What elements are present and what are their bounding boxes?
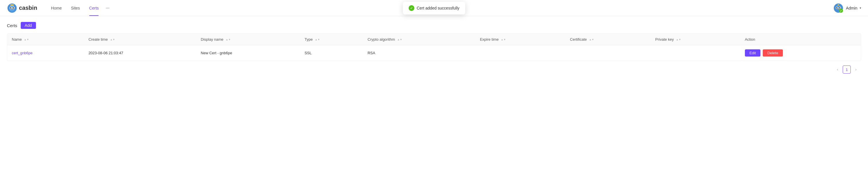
pagination-next[interactable]: › xyxy=(852,66,860,74)
col-certificate: Certificate ▲▼ xyxy=(565,34,651,45)
nav-item-home[interactable]: Home xyxy=(46,0,66,16)
cell-type-0: SSL xyxy=(300,45,363,61)
cell-crypto-0: RSA xyxy=(363,45,475,61)
svg-point-19 xyxy=(840,7,840,8)
table-body: cert_gnb6pe 2023-08-06 21:03:47 New Cert… xyxy=(7,45,861,61)
svg-point-5 xyxy=(13,7,14,8)
delete-button-0[interactable]: Delete xyxy=(763,49,783,56)
certs-table: Name ▲▼ Create time ▲▼ Display name ▲▼ T… xyxy=(7,34,861,60)
col-crypto-algorithm: Crypto algorithm ▲▼ xyxy=(363,34,475,45)
svg-text:✓: ✓ xyxy=(840,9,842,13)
certs-table-wrapper: Name ▲▼ Create time ▲▼ Display name ▲▼ T… xyxy=(7,33,861,61)
cell-display-name-0: New Cert - gnb6pe xyxy=(196,45,300,61)
svg-point-18 xyxy=(837,7,838,8)
nav-item-sites[interactable]: Sites xyxy=(66,0,85,16)
sort-type-icon[interactable]: ▲▼ xyxy=(315,39,320,41)
user-name: Admin xyxy=(846,6,857,10)
pagination-prev[interactable]: ‹ xyxy=(834,66,841,74)
sort-private-key-icon[interactable]: ▲▼ xyxy=(676,39,681,41)
col-private-key: Private key ▲▼ xyxy=(651,34,740,45)
section-header: Certs Add xyxy=(7,22,861,29)
sort-expire-icon[interactable]: ▲▼ xyxy=(501,39,506,41)
section-title: Certs xyxy=(7,23,17,28)
toast-notification: ✓ Cert added successfully xyxy=(403,2,465,15)
logo[interactable]: casbin xyxy=(7,3,37,13)
cell-certificate-0 xyxy=(565,45,651,61)
user-avatar-icon: ✓ xyxy=(833,3,843,13)
sort-certificate-icon[interactable]: ▲▼ xyxy=(589,39,594,41)
svg-point-4 xyxy=(10,7,11,8)
cert-link-0[interactable]: cert_gnb6pe xyxy=(12,51,32,55)
col-type: Type ▲▼ xyxy=(300,34,363,45)
cell-action-0: Edit Delete xyxy=(740,45,861,61)
casbin-logo-icon xyxy=(7,3,17,13)
sort-name-icon[interactable]: ▲▼ xyxy=(24,39,29,41)
toast-success-icon: ✓ xyxy=(409,5,414,11)
col-expire-time: Expire time ▲▼ xyxy=(475,34,565,45)
table-row: cert_gnb6pe 2023-08-06 21:03:47 New Cert… xyxy=(7,45,861,61)
pagination: ‹ 1 › xyxy=(7,66,861,74)
edit-button-0[interactable]: Edit xyxy=(745,49,761,56)
sort-display-name-icon[interactable]: ▲▼ xyxy=(225,39,231,41)
user-menu[interactable]: ✓ Admin ▾ xyxy=(833,3,861,13)
svg-point-16 xyxy=(836,7,838,8)
svg-point-17 xyxy=(839,7,841,8)
navbar: casbin Home Sites Certs ··· ✓ Cert added… xyxy=(0,0,868,16)
cell-create-time-0: 2023-08-06 21:03:47 xyxy=(84,45,196,61)
col-action: Action xyxy=(740,34,861,45)
logo-text: casbin xyxy=(19,5,37,11)
main-content: Certs Add Name ▲▼ Create time ▲▼ Display… xyxy=(0,16,868,79)
col-name: Name ▲▼ xyxy=(7,34,84,45)
nav-links: Home Sites Certs ··· xyxy=(46,0,112,16)
svg-rect-22 xyxy=(837,5,839,5)
user-dropdown-arrow: ▾ xyxy=(860,6,861,9)
sort-crypto-icon[interactable]: ▲▼ xyxy=(397,39,402,41)
svg-point-7 xyxy=(13,7,14,8)
col-create-time: Create time ▲▼ xyxy=(84,34,196,45)
sort-create-time-icon[interactable]: ▲▼ xyxy=(110,39,115,41)
cell-expire-0 xyxy=(475,45,565,61)
toast-message: Cert added successfully xyxy=(417,6,460,10)
table-header: Name ▲▼ Create time ▲▼ Display name ▲▼ T… xyxy=(7,34,861,45)
add-cert-button[interactable]: Add xyxy=(21,22,36,29)
cell-private-key-0 xyxy=(651,45,740,61)
nav-item-certs[interactable]: Certs xyxy=(85,0,103,16)
pagination-page-1[interactable]: 1 xyxy=(843,66,851,74)
cell-name-0: cert_gnb6pe xyxy=(7,45,84,61)
col-display-name: Display name ▲▼ xyxy=(196,34,300,45)
svg-point-6 xyxy=(11,7,11,8)
svg-rect-12 xyxy=(10,5,14,6)
nav-item-more[interactable]: ··· xyxy=(103,0,112,16)
